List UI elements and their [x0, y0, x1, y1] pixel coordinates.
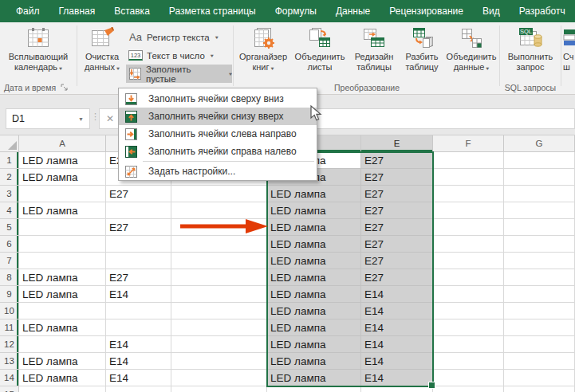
- cell-G7[interactable]: [504, 253, 575, 269]
- tab-9[interactable]: Разработч: [519, 6, 565, 17]
- cell-A3[interactable]: [19, 186, 106, 202]
- cell-B14[interactable]: E14: [106, 370, 171, 386]
- column-header-F[interactable]: F: [433, 135, 504, 152]
- text-case-button[interactable]: Aa Регистр текста ▾: [126, 28, 232, 46]
- cell-B9[interactable]: E14: [106, 286, 171, 303]
- cell-B13[interactable]: E14: [106, 353, 171, 370]
- fill-blanks-button[interactable]: Заполнить пустые ▾: [126, 65, 232, 83]
- cell-A1[interactable]: LED лампа: [19, 152, 106, 169]
- row-header-9[interactable]: 9: [0, 286, 19, 303]
- cell-A4[interactable]: LED лампа: [19, 202, 106, 219]
- cell-E9[interactable]: E14: [361, 286, 433, 303]
- cell-A11[interactable]: LED лампа: [19, 319, 106, 336]
- cell-B6[interactable]: [106, 236, 171, 253]
- cell-F4[interactable]: [433, 202, 504, 219]
- cell-F6[interactable]: [433, 236, 504, 253]
- cell-F5[interactable]: [433, 219, 504, 236]
- cell-E15[interactable]: [361, 386, 433, 392]
- row-header-5[interactable]: 5: [0, 219, 19, 236]
- cell-B10[interactable]: [106, 303, 171, 319]
- run-query-button[interactable]: SQL Выполнить запрос: [502, 25, 559, 82]
- cell-A9[interactable]: LED лампа: [19, 286, 106, 303]
- cell-E3[interactable]: E27: [361, 186, 433, 202]
- menu-item-1[interactable]: Заполнить ячейки сверху вниз: [119, 90, 317, 108]
- clean-data-button[interactable]: Очистка данных▾: [79, 25, 125, 82]
- column-header-E[interactable]: E: [361, 135, 433, 152]
- cell-G2[interactable]: [504, 169, 575, 186]
- cell-A10[interactable]: [19, 303, 106, 319]
- merge-data-button[interactable]: Объединить данные▾: [444, 25, 498, 82]
- dialog-launcher-icon[interactable]: [61, 84, 69, 92]
- row-header-3[interactable]: 3: [0, 186, 19, 202]
- cell-F9[interactable]: [433, 286, 504, 303]
- row-header-7[interactable]: 7: [0, 253, 19, 269]
- cell-B15[interactable]: [106, 386, 171, 392]
- clipped-ribbon-button[interactable]: Сч ш: [563, 25, 575, 82]
- cell-E4[interactable]: E27: [361, 202, 433, 219]
- cell-A14[interactable]: LED лампа: [19, 370, 106, 386]
- cell-G13[interactable]: [504, 353, 575, 370]
- cell-B4[interactable]: [106, 202, 171, 219]
- cell-C9[interactable]: [171, 286, 267, 303]
- cell-E6[interactable]: E27: [361, 236, 433, 253]
- cell-F3[interactable]: [433, 186, 504, 202]
- cell-F7[interactable]: [433, 253, 504, 269]
- cell-C8[interactable]: [171, 269, 267, 286]
- cancel-icon[interactable]: ✕: [106, 113, 114, 124]
- cell-A13[interactable]: LED лампа: [19, 353, 106, 370]
- cell-F13[interactable]: [433, 353, 504, 370]
- menu-item-4[interactable]: Заполнить ячейки справа налево: [119, 143, 317, 160]
- cell-A5[interactable]: [19, 219, 106, 236]
- cell-G14[interactable]: [504, 370, 575, 386]
- cell-G1[interactable]: [504, 152, 575, 169]
- cell-D8[interactable]: LED лампа: [267, 269, 361, 286]
- cell-G15[interactable]: [504, 386, 575, 392]
- cell-D14[interactable]: LED лампа: [267, 370, 361, 386]
- cell-D9[interactable]: LED лампа: [267, 286, 361, 303]
- popup-calendar-button[interactable]: Всплывающий календарь▾: [2, 25, 75, 82]
- cell-G3[interactable]: [504, 186, 575, 202]
- row-header-15[interactable]: 15: [0, 386, 19, 392]
- cell-A15[interactable]: [19, 386, 106, 392]
- tab-6[interactable]: Данные: [336, 6, 370, 17]
- cell-B5[interactable]: E27: [106, 219, 171, 236]
- split-table-button[interactable]: Разбить таблицу: [400, 25, 443, 82]
- cell-F2[interactable]: [433, 169, 504, 186]
- cell-D7[interactable]: LED лампа: [267, 253, 361, 269]
- cell-D4[interactable]: LED лампа: [267, 202, 361, 219]
- row-header-8[interactable]: 8: [0, 269, 19, 286]
- cell-G5[interactable]: [504, 219, 575, 236]
- cell-E14[interactable]: E14: [361, 370, 433, 386]
- column-header-G[interactable]: G: [504, 135, 575, 152]
- row-header-10[interactable]: 10: [0, 303, 19, 319]
- cell-F1[interactable]: [433, 152, 504, 169]
- cell-C4[interactable]: [171, 202, 267, 219]
- row-header-2[interactable]: 2: [0, 169, 19, 186]
- cell-F8[interactable]: [433, 269, 504, 286]
- tab-5[interactable]: Формулы: [275, 6, 317, 17]
- cell-C14[interactable]: [171, 370, 267, 386]
- cell-B12[interactable]: E14: [106, 336, 171, 353]
- cell-F11[interactable]: [433, 319, 504, 336]
- select-all-corner[interactable]: [0, 135, 19, 152]
- row-header-1[interactable]: 1: [0, 152, 19, 169]
- cell-E12[interactable]: E14: [361, 336, 433, 353]
- merge-sheets-button[interactable]: Объединить листы: [292, 25, 348, 82]
- cell-F14[interactable]: [433, 370, 504, 386]
- row-header-12[interactable]: 12: [0, 336, 19, 353]
- cell-E13[interactable]: E14: [361, 353, 433, 370]
- tab-2[interactable]: Главная: [59, 6, 96, 17]
- cell-A7[interactable]: [19, 253, 106, 269]
- cell-D5[interactable]: LED лампа: [267, 219, 361, 236]
- cell-E11[interactable]: E14: [361, 319, 433, 336]
- cell-D13[interactable]: LED лампа: [267, 353, 361, 370]
- cell-D3[interactable]: LED лампа: [267, 186, 361, 202]
- cell-A8[interactable]: LED лампа: [19, 269, 106, 286]
- column-header-A[interactable]: A: [19, 135, 106, 152]
- cell-C7[interactable]: [171, 253, 267, 269]
- cell-C5[interactable]: [171, 219, 267, 236]
- cell-F12[interactable]: [433, 336, 504, 353]
- cell-F10[interactable]: [433, 303, 504, 319]
- cell-B3[interactable]: E27: [106, 186, 171, 202]
- cell-D12[interactable]: LED лампа: [267, 336, 361, 353]
